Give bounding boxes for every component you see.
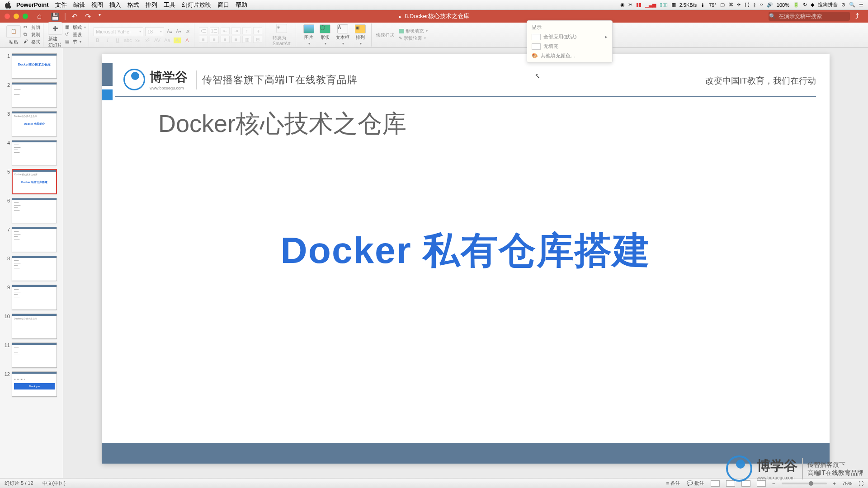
italic-button[interactable]: I xyxy=(104,38,111,43)
popup-item[interactable]: 显示 xyxy=(529,23,610,32)
menu-tools[interactable]: 工具 xyxy=(164,1,175,9)
notif-icon[interactable]: ☰ xyxy=(859,2,863,8)
cmd-icon[interactable]: ⌘ xyxy=(728,2,733,8)
menu-view[interactable]: 视图 xyxy=(91,1,103,9)
language-indicator[interactable]: 中文(中国) xyxy=(42,480,66,487)
smartart-button[interactable]: ◈ 转换为 SmartArt xyxy=(270,24,293,46)
cut-button[interactable]: ✂剪切 xyxy=(24,24,40,31)
undo-icon[interactable]: ↶ xyxy=(71,12,80,20)
notes-button[interactable]: ≡ 备注 xyxy=(666,480,680,487)
align-right-button[interactable]: ≡ xyxy=(221,36,230,43)
search-input[interactable] xyxy=(769,12,850,21)
bullets-button[interactable]: •☰ xyxy=(199,27,208,34)
graph-icon[interactable]: ▁▃▅ xyxy=(645,2,656,8)
popup-item[interactable]: 🎨其他填充颜色… xyxy=(529,51,610,61)
thumbnail-item[interactable]: 12• • • • • • • •Thank you xyxy=(0,370,63,399)
chip-icon[interactable]: ▦ xyxy=(671,2,676,8)
thumbnail-item[interactable]: 9━━━━━━━━━━━━━━━━━━━━━━ xyxy=(0,283,63,312)
reset-button[interactable]: ↺重设 xyxy=(65,32,86,38)
bars-icon[interactable]: ▯▯▯ xyxy=(660,2,668,8)
qa-dropdown-icon[interactable]: ▾ xyxy=(99,12,107,20)
align-left-button[interactable]: ≡ xyxy=(199,36,208,43)
thumbnail-item[interactable]: 11━━━━━━━━━━━━━━━━━━━━━━ xyxy=(0,341,63,370)
thumbnail-item[interactable]: 2━━━━━━━━━━━━━━━━━━━━━━ xyxy=(0,80,63,109)
font-color-button[interactable]: A xyxy=(184,38,191,43)
record-icon[interactable]: ▮▮ xyxy=(636,2,642,8)
decrease-font-button[interactable]: A▾ xyxy=(175,29,182,34)
case-button[interactable]: Aa xyxy=(164,38,171,43)
code-icon[interactable]: ⟨ ⟩ xyxy=(745,2,750,8)
thumbnail-item[interactable]: 5Docker核心技术之仓库Docker 私有仓库搭建 xyxy=(0,167,63,196)
picture-button[interactable]: 图片▾ xyxy=(301,24,317,46)
ime-label[interactable]: 搜狗拼音 xyxy=(818,1,838,8)
menu-help[interactable]: 帮助 xyxy=(236,1,247,9)
slide-canvas[interactable]: 博学谷 www.boxuegu.com 传智播客旗下高端IT在线教育品牌 改变中… xyxy=(63,48,868,478)
thumb-preview[interactable]: ━━━━━━━━━━━━━━━━━━━━━━ xyxy=(12,140,57,165)
save-icon[interactable]: 💾 xyxy=(51,12,59,20)
copy-button[interactable]: ⧉复制 xyxy=(24,32,40,38)
maximize-button[interactable] xyxy=(23,14,28,19)
redo-icon[interactable]: ↷ xyxy=(85,12,93,20)
align-text-button[interactable]: ⊟ xyxy=(253,36,262,43)
text-direction-button[interactable]: ↴ xyxy=(253,27,262,34)
menu-insert[interactable]: 插入 xyxy=(109,1,121,9)
thumbnail-item[interactable]: 10Docker核心技术之仓库 xyxy=(0,312,63,341)
close-button[interactable] xyxy=(5,14,10,19)
thumb-preview[interactable]: Docker核心技术之仓库 xyxy=(12,314,57,339)
shape-fill-button[interactable]: 形状填充▾ xyxy=(399,28,428,34)
thumb-preview[interactable]: • • • • • • • •Thank you xyxy=(12,371,57,397)
new-slide-button[interactable]: ➕ xyxy=(48,22,62,35)
popup-item[interactable]: 全部应用(默认)▸ xyxy=(529,32,610,42)
current-slide[interactable]: 博学谷 www.boxuegu.com 传智播客旗下高端IT在线教育品牌 改变中… xyxy=(102,54,830,464)
highlight-button[interactable]: A xyxy=(174,38,181,43)
layout-button[interactable]: ▦版式▾ xyxy=(65,24,86,31)
thumb-preview[interactable]: ━━━━━━━━━━━━━━━━━━━━━━ xyxy=(12,198,57,223)
thumb-preview[interactable]: Docker核心技术之仓库Docker 仓库简介 xyxy=(12,111,57,136)
thumbnail-item[interactable]: 7━━━━━━━━━━━━━━━━━━━━━━ xyxy=(0,225,63,254)
thumb-preview[interactable]: ━━━━━━━━━━━━━━━━━━━━━━ xyxy=(12,343,57,368)
scissors-icon[interactable]: ✂ xyxy=(628,2,632,8)
font-selector[interactable]: Microsoft YaHei▾ xyxy=(94,27,143,36)
apple-logo-icon[interactable] xyxy=(5,1,12,9)
paste-button[interactable]: 📋 xyxy=(6,25,21,38)
thumb-preview[interactable]: Docker核心技术之仓库Docker 私有仓库搭建 xyxy=(12,169,57,194)
menu-file[interactable]: 文件 xyxy=(55,1,67,9)
temp-icon[interactable]: 🌡 xyxy=(700,2,705,8)
size-selector[interactable]: 18▾ xyxy=(145,27,164,36)
normal-view-button[interactable] xyxy=(711,480,720,487)
thumb-preview[interactable]: ━━━━━━━━━━━━━━━━━━━━━━ xyxy=(12,82,57,108)
volume-icon[interactable]: 🔊 xyxy=(767,2,773,8)
share-icon[interactable]: ⤴ xyxy=(855,12,863,20)
thumb-preview[interactable]: ━━━━━━━━━━━━━━━━━━━━━━ xyxy=(12,227,57,252)
display-icon[interactable]: ▢ xyxy=(720,2,725,8)
home-icon[interactable]: ⌂ xyxy=(37,12,45,20)
comments-button[interactable]: 💬 批注 xyxy=(687,480,704,487)
wifi-icon[interactable]: ⌔ xyxy=(760,2,763,8)
menu-format[interactable]: 格式 xyxy=(127,1,139,9)
bold-button[interactable]: B xyxy=(94,38,101,43)
indent-dec-button[interactable]: ⇤ xyxy=(221,27,230,34)
thumb-preview[interactable]: ━━━━━━━━━━━━━━━━━━━━━━ xyxy=(12,256,57,281)
shapes-button[interactable]: ◯形状▾ xyxy=(317,24,333,46)
thumb-preview[interactable]: ━━━━━━━━━━━━━━━━━━━━━━ xyxy=(12,285,57,310)
textbox-button[interactable]: A文本框▾ xyxy=(333,24,352,46)
slide-thumbnails[interactable]: 1Docker核心技术之仓库2━━━━━━━━━━━━━━━━━━━━━━3Do… xyxy=(0,48,63,478)
justify-button[interactable]: ≡ xyxy=(231,36,241,43)
sync-icon[interactable]: ↻ xyxy=(803,2,807,8)
thumbnail-item[interactable]: 3Docker核心技术之仓库Docker 仓库简介 xyxy=(0,109,63,138)
thumbnail-item[interactable]: 8━━━━━━━━━━━━━━━━━━━━━━ xyxy=(0,254,63,283)
align-center-button[interactable]: ≡ xyxy=(210,36,219,43)
minimize-button[interactable] xyxy=(14,14,19,19)
app-name[interactable]: PowerPoint xyxy=(16,1,49,8)
thumbnail-item[interactable]: 4━━━━━━━━━━━━━━━━━━━━━━ xyxy=(0,138,63,167)
numbering-button[interactable]: 1☰ xyxy=(210,27,219,34)
section-button[interactable]: ▤节▾ xyxy=(65,39,86,45)
columns-button[interactable]: ▥ xyxy=(242,36,251,43)
plane-icon[interactable]: ✈ xyxy=(737,2,741,8)
quick-style-button[interactable]: 快速样式 xyxy=(376,32,394,38)
shape-outline-button[interactable]: ✎形状轮廓▾ xyxy=(399,35,428,42)
thumb-preview[interactable]: Docker核心技术之仓库 xyxy=(12,53,57,79)
spacing-button[interactable]: AV xyxy=(154,38,161,43)
bluetooth-icon[interactable]: ᛒ xyxy=(753,2,756,8)
popup-item[interactable]: 无填充 xyxy=(529,42,610,51)
